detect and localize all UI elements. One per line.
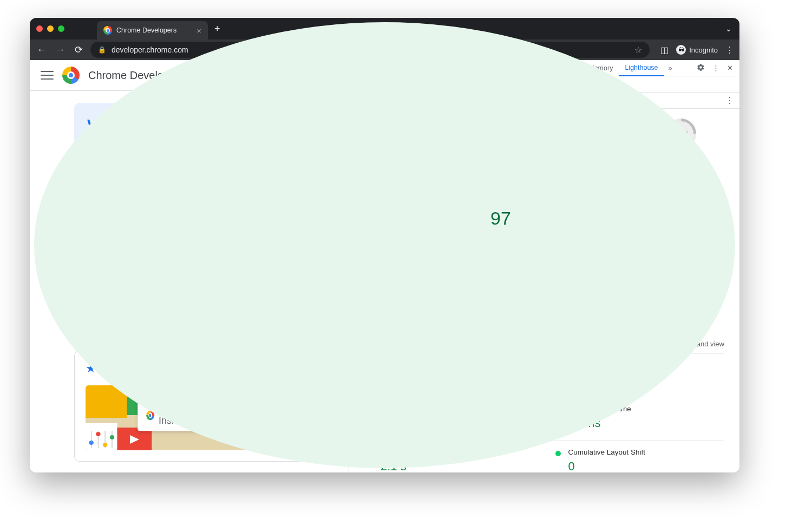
minimize-window-button[interactable]	[47, 25, 54, 32]
tab-lighthouse[interactable]: Lighthouse	[619, 61, 664, 76]
browser-tab[interactable]: Chrome Developers ×	[97, 21, 208, 40]
maximize-window-button[interactable]	[58, 25, 64, 32]
window-controls	[36, 25, 64, 32]
lock-icon: 🔒	[98, 46, 106, 54]
viewport: Chrome Developers Welcome! This is Chrom…	[30, 60, 739, 472]
svg-point-52	[96, 432, 101, 436]
reload-button[interactable]: ⟳	[72, 44, 85, 56]
new-tab-button[interactable]: +	[208, 23, 227, 35]
menu-icon[interactable]	[41, 69, 54, 82]
report-menu-icon[interactable]: ⋮	[725, 95, 734, 106]
devtools-close-icon[interactable]: ✕	[725, 64, 735, 72]
incognito-indicator[interactable]: 🕶 Incognito	[676, 45, 718, 55]
svg-point-51	[89, 441, 94, 445]
back-button[interactable]: ←	[35, 44, 48, 56]
devtools-menu-icon[interactable]: ⋮	[710, 64, 722, 72]
devtools-panel: Elements Console Sources Network Perform…	[349, 60, 739, 472]
lighthouse-report: 97Performance100Accessibility100BestPrac…	[349, 109, 739, 472]
chrome-logo-icon	[62, 67, 80, 84]
close-window-button[interactable]	[36, 25, 43, 32]
browser-menu-icon[interactable]: ⋮	[725, 45, 734, 55]
toolbar-right: ◫ 🕶 Incognito ⋮	[660, 45, 734, 55]
tabs-overflow-icon[interactable]: ⌄	[725, 24, 732, 33]
incognito-icon: 🕶	[676, 45, 686, 55]
performance-section: 97 Performance Values are estimated and …	[351, 178, 737, 331]
chrome-favicon-icon	[103, 26, 112, 35]
close-tab-icon[interactable]: ×	[197, 26, 201, 35]
tab-title: Chrome Developers	[116, 27, 176, 34]
settings-gear-icon[interactable]	[695, 63, 707, 73]
svg-point-53	[103, 443, 108, 447]
side-panel-icon[interactable]: ◫	[660, 45, 669, 55]
bookmark-star-icon[interactable]: ☆	[634, 45, 642, 55]
metric-cumulative-layout-shift: Cumulative Layout Shift0	[552, 440, 725, 472]
svg-point-54	[110, 435, 115, 439]
forward-button[interactable]: →	[54, 44, 67, 56]
performance-big-gauge: 97	[474, 191, 528, 245]
more-tabs-icon[interactable]: »	[664, 64, 677, 72]
pass-icon	[555, 451, 561, 456]
url-text: developer.chrome.com	[112, 45, 188, 54]
browser-window: Chrome Developers × + ⌄ ← → ⟳ 🔒 develope…	[30, 18, 739, 472]
